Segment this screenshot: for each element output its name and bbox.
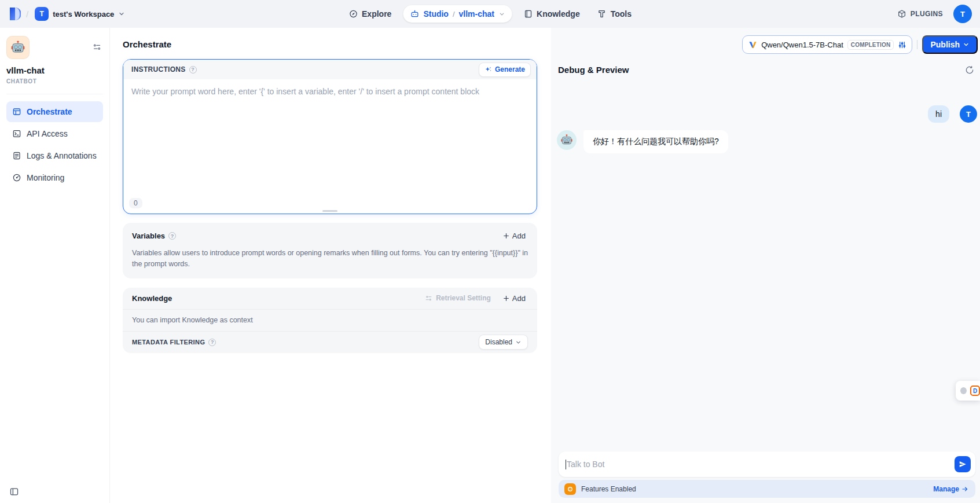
arrow-right-icon <box>961 486 968 493</box>
nav-app-name: vllm-chat <box>459 9 494 19</box>
app-operations-icon[interactable] <box>93 43 101 52</box>
help-icon: ? <box>208 339 216 346</box>
knowledge-empty-row: You can import Knowledge as context <box>123 310 537 331</box>
instructions-editor: INSTRUCTIONS ? Generate Write your promp… <box>123 59 537 214</box>
prompt-editor-input[interactable]: Write your prompt word here, enter '{' t… <box>123 79 537 195</box>
sidebar-item-monitoring[interactable]: Monitoring <box>6 167 103 188</box>
add-variable-button[interactable]: Add <box>500 230 528 242</box>
app-info: vllm-chat CHATBOT <box>6 36 103 85</box>
app-avatar[interactable] <box>6 36 30 59</box>
metadata-filtering-title: METADATA FILTERING <box>132 339 205 346</box>
resize-handle[interactable] <box>322 210 337 212</box>
variables-description: Variables allow users to introduce promp… <box>132 248 528 270</box>
workspace-switcher[interactable]: T test's Workspace <box>34 5 126 23</box>
top-header: / T test's Workspace Explore Studio / <box>0 0 980 28</box>
chevron-down-icon <box>498 11 505 17</box>
sidebar-item-label: Orchestrate <box>27 107 72 116</box>
divider <box>917 40 917 49</box>
plugins-label: PLUGINS <box>911 10 943 18</box>
sidebar-divider <box>6 94 103 94</box>
dify-logo <box>8 6 21 21</box>
nav-explore-label: Explore <box>362 9 391 19</box>
nav-studio-current-app[interactable]: Studio / vllm-chat <box>403 5 512 23</box>
sidebar-item-label: API Access <box>27 129 68 138</box>
variables-header: Variables ? Add <box>132 230 528 242</box>
features-icon <box>564 483 576 495</box>
workspace-name: test's Workspace <box>53 10 114 19</box>
plus-icon <box>502 295 510 302</box>
publish-button[interactable]: Publish <box>922 35 978 54</box>
send-button[interactable] <box>955 456 971 472</box>
chat-input[interactable] <box>567 460 955 469</box>
dify-floating-widget[interactable]: D <box>956 381 980 401</box>
gauge-icon <box>12 173 21 182</box>
knowledge-header: Knowledge Retrieval Setting Add <box>123 288 537 309</box>
generate-button[interactable]: Generate <box>479 63 531 77</box>
add-knowledge-label: Add <box>512 294 526 303</box>
chat-input-card <box>559 451 975 477</box>
nav-knowledge-label: Knowledge <box>537 9 580 19</box>
collapse-sidebar-icon[interactable] <box>6 484 21 499</box>
sidebar-nav: Orchestrate API Access Logs & Annotation… <box>6 101 103 188</box>
plugins-icon <box>897 9 906 19</box>
page-title: Orchestrate <box>123 39 537 49</box>
header-nav: Explore Studio / vllm-chat Knowledge <box>343 0 637 28</box>
manage-label: Manage <box>933 485 959 493</box>
explore-icon <box>348 9 358 19</box>
assistant-message-bubble: 你好！有什么问题我可以帮助你吗? <box>583 130 728 153</box>
plus-icon <box>502 232 510 240</box>
dify-widget-icon: D <box>970 385 980 396</box>
drag-dot-icon <box>960 387 967 394</box>
metadata-filtering-value: Disabled <box>485 338 512 346</box>
sparkles-icon <box>485 66 492 74</box>
sidebar-item-api-access[interactable]: API Access <box>6 123 103 144</box>
chevron-down-icon <box>515 339 522 346</box>
nav-tools[interactable]: Tools <box>592 5 637 23</box>
add-knowledge-button[interactable]: Add <box>500 292 528 304</box>
metadata-filtering-row: METADATA FILTERING ? Disabled <box>123 332 537 353</box>
model-parameters-icon[interactable] <box>898 41 906 49</box>
model-mode-badge: COMPLETION <box>847 40 894 50</box>
sidebar-item-label: Monitoring <box>27 173 64 182</box>
app-name: vllm-chat <box>6 65 103 75</box>
nav-studio-label: Studio <box>423 9 449 19</box>
nav-knowledge[interactable]: Knowledge <box>517 5 586 23</box>
debug-preview-panel: Qwen/Qwen1.5-7B-Chat COMPLETION Publish … <box>551 28 980 503</box>
sidebar-item-orchestrate[interactable]: Orchestrate <box>6 101 103 122</box>
debug-topbar: Qwen/Qwen1.5-7B-Chat COMPLETION Publish <box>551 28 980 57</box>
bot-avatar <box>557 130 577 150</box>
help-icon: ? <box>189 66 197 74</box>
orchestrate-icon <box>12 107 21 116</box>
restart-conversation-icon[interactable] <box>965 65 974 75</box>
account-avatar[interactable]: T <box>953 5 972 23</box>
metadata-title-wrap: METADATA FILTERING ? <box>132 339 216 346</box>
instructions-header: INSTRUCTIONS ? Generate <box>123 60 537 79</box>
publish-label: Publish <box>930 40 960 49</box>
instructions-title: INSTRUCTIONS <box>131 65 186 74</box>
send-icon <box>959 460 967 468</box>
metadata-filtering-select[interactable]: Disabled <box>479 335 528 350</box>
retrieval-setting-button[interactable]: Retrieval Setting <box>425 294 491 302</box>
chat-area: hi T 你好！有什么问题我可以帮助你吗? <box>551 86 980 444</box>
nav-explore[interactable]: Explore <box>343 5 397 23</box>
robot-icon <box>410 9 419 19</box>
workspace-avatar: T <box>35 7 49 21</box>
sidebar-item-logs-annotations[interactable]: Logs & Annotations <box>6 145 103 166</box>
features-enabled-label: Features Enabled <box>581 485 636 493</box>
nav-separator: / <box>453 10 455 19</box>
features-bar-left: Features Enabled <box>564 483 636 495</box>
knowledge-title-wrap: Knowledge <box>132 294 172 303</box>
features-bar: Features Enabled Manage <box>559 480 975 498</box>
nav-tools-label: Tools <box>611 9 632 19</box>
terminal-icon <box>12 129 21 138</box>
header-left: / T test's Workspace <box>8 5 126 23</box>
sidebar-item-label: Logs & Annotations <box>27 151 97 160</box>
debug-title: Debug & Preview <box>558 65 629 75</box>
plugins-button[interactable]: PLUGINS <box>897 9 943 19</box>
chevron-down-icon <box>963 41 970 48</box>
variables-title: Variables <box>132 232 165 240</box>
help-icon: ? <box>168 232 176 240</box>
knowledge-section: Knowledge Retrieval Setting Add <box>123 288 537 353</box>
manage-features-link[interactable]: Manage <box>933 485 968 493</box>
model-selector[interactable]: Qwen/Qwen1.5-7B-Chat COMPLETION <box>742 35 912 54</box>
